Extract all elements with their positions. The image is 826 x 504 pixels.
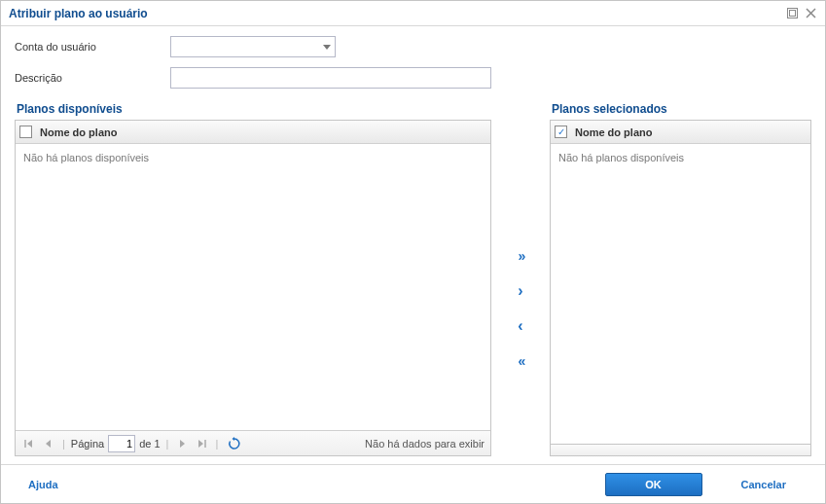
available-plans-panel: Planos disponíveis Nome do plano Não há …: [15, 102, 491, 456]
selected-plans-title: Planos selecionados: [550, 102, 811, 116]
dialog-footer: Ajuda OK Cancelar: [1, 464, 825, 503]
dialog-header-icons: [786, 7, 817, 19]
lists-area: Planos disponíveis Nome do plano Não há …: [1, 102, 825, 464]
select-all-selected-checkbox[interactable]: [555, 126, 567, 138]
selected-plans-panel: Planos selecionados Nome do plano Não há…: [550, 102, 811, 456]
assign-plan-dialog: Atribuir plano ao usuário Conta do usuár…: [0, 0, 826, 504]
available-column-name: Nome do plano: [40, 126, 117, 138]
dialog-title: Atribuir plano ao usuário: [9, 7, 148, 20]
selected-grid-footer: [550, 445, 811, 456]
account-label: Conta do usuário: [15, 41, 170, 53]
svg-marker-10: [233, 437, 235, 441]
pager-page-input[interactable]: [108, 435, 135, 452]
selected-plans-grid: Nome do plano Não há planos disponíveis: [550, 120, 811, 445]
pager-sep3: |: [215, 438, 218, 450]
maximize-icon[interactable]: [786, 7, 799, 19]
pager-next-icon[interactable]: [174, 436, 190, 451]
pager-sep2: |: [166, 438, 169, 450]
pager-page-label: Página: [71, 438, 104, 450]
move-left-button[interactable]: ‹: [510, 315, 531, 337]
available-grid-body: Não há planos disponíveis: [16, 144, 490, 430]
account-combo[interactable]: [170, 36, 336, 57]
svg-rect-1: [790, 11, 796, 17]
selected-grid-header: Nome do plano: [551, 121, 810, 144]
select-all-available-checkbox[interactable]: [19, 126, 32, 138]
move-all-right-button[interactable]: »: [510, 245, 531, 267]
available-grid-pager: | Página de 1 | | Não há dados par: [16, 430, 490, 455]
svg-marker-5: [27, 440, 32, 448]
pager-sep: |: [62, 438, 65, 450]
available-plans-grid: Nome do plano Não há planos disponíveis …: [15, 120, 491, 456]
selected-empty-text: Não há planos disponíveis: [558, 152, 684, 163]
pager-last-icon[interactable]: [194, 436, 209, 451]
pager-first-icon[interactable]: [21, 436, 37, 451]
selected-column-name: Nome do plano: [575, 126, 652, 138]
cancel-button[interactable]: Cancelar: [722, 475, 806, 494]
svg-marker-6: [46, 440, 51, 448]
svg-marker-8: [198, 440, 203, 448]
svg-marker-7: [180, 440, 185, 448]
available-empty-text: Não há planos disponíveis: [23, 152, 149, 163]
ok-button[interactable]: OK: [605, 473, 702, 496]
form-area: Conta do usuário Descrição: [1, 26, 825, 102]
pager-refresh-icon[interactable]: [228, 437, 241, 450]
description-row: Descrição: [15, 67, 811, 89]
pager-prev-icon[interactable]: [41, 436, 56, 451]
help-button[interactable]: Ajuda: [20, 475, 66, 494]
pager-total-label: de 1: [139, 438, 160, 450]
chevron-down-icon: [323, 45, 331, 50]
available-grid-header: Nome do plano: [16, 121, 490, 144]
close-icon[interactable]: [805, 7, 817, 19]
move-all-left-button[interactable]: «: [510, 350, 531, 372]
available-plans-title: Planos disponíveis: [15, 102, 491, 116]
description-input[interactable]: [170, 67, 491, 89]
description-label: Descrição: [15, 72, 170, 84]
pager-status: Não há dados para exibir: [365, 438, 485, 450]
transfer-buttons: » › ‹ «: [491, 102, 550, 456]
account-row: Conta do usuário: [15, 36, 811, 57]
selected-grid-body: Não há planos disponíveis: [551, 144, 810, 444]
dialog-header: Atribuir plano ao usuário: [1, 1, 825, 26]
move-right-button[interactable]: ›: [510, 280, 531, 302]
